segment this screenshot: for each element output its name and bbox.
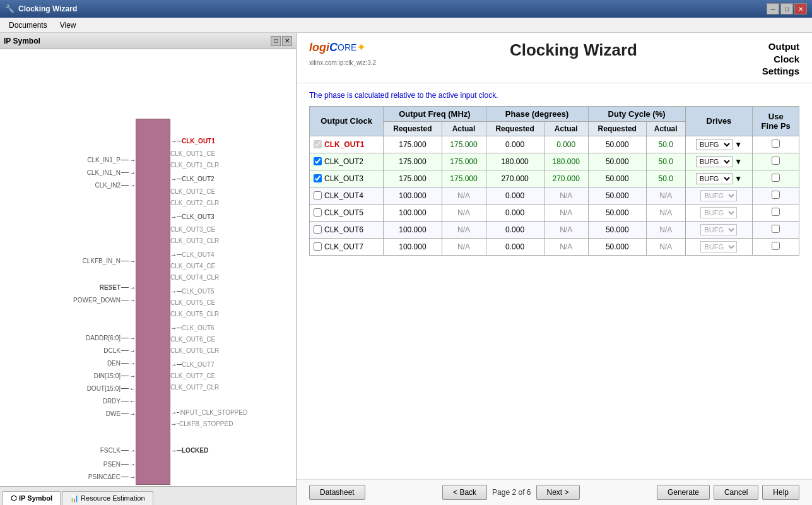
title-bar: 🔧 Clocking Wizard ─ □ ✕: [0, 0, 812, 18]
row-drives-select[interactable]: BUFG BUFR BUFIO: [700, 224, 737, 235]
menu-bar: Documents View: [0, 18, 812, 33]
row-fine-ps[interactable]: [753, 204, 799, 221]
row-phase-req[interactable]: 0.000: [486, 204, 544, 221]
app-icon: 🔧: [5, 4, 15, 13]
next-button[interactable]: Next >: [536, 485, 580, 500]
row-fine-ps[interactable]: [753, 153, 799, 170]
row-fine-ps[interactable]: [753, 238, 799, 255]
row-duty-req[interactable]: 50.000: [588, 187, 646, 204]
row-phase-act: 270.000: [544, 170, 588, 187]
signal-input-clk-stopped-label: INPUT_CLK_STOPPED: [179, 409, 247, 416]
col-duty-cycle: Duty Cycle (%): [588, 106, 685, 121]
row-drives[interactable]: BUFG BUFR BUFIO ▼: [685, 136, 753, 153]
row-drives-select[interactable]: BUFG BUFR BUFIO: [696, 139, 733, 150]
tab-ip-symbol[interactable]: ⬡ IP Symbol: [3, 491, 61, 505]
signal-power-down-label: POWER_DOWN: [73, 297, 121, 304]
row-checkbox-5[interactable]: [314, 225, 322, 234]
tab-resource-estimation[interactable]: 📊 Resource Estimation: [62, 491, 153, 505]
row-duty-req[interactable]: 50.000: [588, 153, 646, 170]
row-drives[interactable]: BUFG BUFR BUFIO ▼: [685, 170, 753, 187]
row-drives[interactable]: BUFG BUFR BUFIO ▼: [685, 153, 753, 170]
row-phase-req[interactable]: 0.000: [486, 187, 544, 204]
row-phase-req[interactable]: 0.000: [486, 221, 544, 238]
row-freq-act: 175.000: [442, 136, 486, 153]
col-phase: Phase (degrees): [486, 106, 588, 121]
row-duty-req[interactable]: 50.000: [588, 238, 646, 255]
minimize-button[interactable]: ─: [767, 3, 779, 15]
row-drives[interactable]: BUFG BUFR BUFIO: [685, 187, 753, 204]
row-phase-req[interactable]: 180.000: [486, 153, 544, 170]
phase-note: The phase is calculated relative to the …: [309, 91, 799, 100]
row-phase-act: N/A: [544, 221, 588, 238]
signal-locked-label: LOCKED: [182, 447, 208, 454]
row-drives-select[interactable]: BUFG BUFR BUFIO: [700, 190, 737, 201]
maximize-button[interactable]: □: [780, 3, 793, 15]
row-freq-act: N/A: [442, 204, 486, 221]
row-duty-req[interactable]: 50.000: [588, 170, 646, 187]
row-freq-req[interactable]: 100.000: [384, 221, 442, 238]
row-freq-req[interactable]: 100.000: [384, 204, 442, 221]
row-checkbox-4[interactable]: [314, 208, 322, 217]
datasheet-button[interactable]: Datasheet: [309, 485, 365, 500]
subh-phase-req: Requested: [486, 121, 544, 136]
panel-close-button[interactable]: ✕: [282, 36, 292, 46]
row-duty-act: N/A: [646, 221, 685, 238]
row-drives[interactable]: BUFG BUFR BUFIO: [685, 204, 753, 221]
signal-clkfb-in-n-label: CLKFB_IN_N: [82, 258, 121, 264]
row-fine-ps[interactable]: [753, 221, 799, 238]
row-freq-req[interactable]: 100.000: [384, 187, 442, 204]
row-freq-req[interactable]: 175.000: [384, 170, 442, 187]
row-checkbox-2[interactable]: [314, 174, 322, 182]
row-fine-ps-checkbox[interactable]: [772, 157, 780, 165]
generate-button[interactable]: Generate: [657, 485, 710, 500]
row-drives-select[interactable]: BUFG BUFR BUFIO: [700, 207, 737, 218]
row-fine-ps-checkbox[interactable]: [772, 174, 780, 182]
menu-view[interactable]: View: [54, 20, 83, 31]
help-button[interactable]: Help: [762, 485, 799, 500]
row-fine-ps-checkbox[interactable]: [772, 225, 780, 233]
row-duty-req[interactable]: 50.000: [588, 204, 646, 221]
row-fine-ps-checkbox[interactable]: [772, 242, 780, 250]
cancel-button[interactable]: Cancel: [714, 485, 758, 500]
row-checkbox-1[interactable]: [314, 157, 322, 165]
row-phase-req[interactable]: 0.000: [486, 136, 544, 153]
menu-documents[interactable]: Documents: [3, 20, 54, 31]
row-checkbox-6[interactable]: [314, 242, 322, 251]
signal-psincdec-label: PSINCΔEC: [88, 473, 121, 480]
row-fine-ps[interactable]: [753, 170, 799, 187]
subh-duty-req: Requested: [588, 121, 646, 136]
row-fine-ps[interactable]: [753, 136, 799, 153]
row-duty-req[interactable]: 50.000: [588, 136, 646, 153]
row-drives-select[interactable]: BUFG BUFR BUFIO: [700, 241, 737, 252]
row-phase-req[interactable]: 270.000: [486, 170, 544, 187]
row-drives-select[interactable]: BUFG BUFR BUFIO: [696, 156, 733, 167]
row-fine-ps-checkbox[interactable]: [772, 140, 780, 148]
row-phase-req[interactable]: 0.000: [486, 238, 544, 255]
row-freq-req[interactable]: 175.000: [384, 136, 442, 153]
row-clock-name: CLK_OUT4: [310, 187, 384, 204]
subh-phase-act: Actual: [544, 121, 588, 136]
row-freq-req[interactable]: 100.000: [384, 238, 442, 255]
row-checkbox-3[interactable]: [314, 191, 322, 199]
signal-clkout4-label: CLK_OUT4: [182, 251, 215, 258]
close-button[interactable]: ✕: [794, 3, 807, 15]
row-phase-act: N/A: [544, 238, 588, 255]
row-fine-ps[interactable]: [753, 187, 799, 204]
logo-core: C: [329, 41, 338, 54]
signal-drdy-label: DRDY: [103, 398, 121, 405]
row-duty-req[interactable]: 50.000: [588, 221, 646, 238]
content-area: The phase is calculated relative to the …: [297, 83, 812, 480]
row-fine-ps-checkbox[interactable]: [772, 208, 780, 216]
row-drives-select[interactable]: BUFG BUFR BUFIO: [696, 173, 733, 184]
signal-clkout1-clr-label: CLK_OUT1_CLR: [170, 162, 219, 169]
panel-restore-button[interactable]: □: [271, 36, 281, 46]
signal-clkout2-label: CLK_OUT2: [182, 175, 215, 182]
logo-ore: ORE: [338, 42, 356, 52]
row-drives[interactable]: BUFG BUFR BUFIO: [685, 221, 753, 238]
row-fine-ps-checkbox[interactable]: [772, 191, 780, 199]
panel-header: IP Symbol □ ✕: [0, 33, 296, 49]
back-button[interactable]: < Back: [442, 485, 487, 500]
signal-daddr-label: DADDR[6:0]: [86, 335, 121, 342]
row-drives[interactable]: BUFG BUFR BUFIO: [685, 238, 753, 255]
row-freq-req[interactable]: 175.000: [384, 153, 442, 170]
